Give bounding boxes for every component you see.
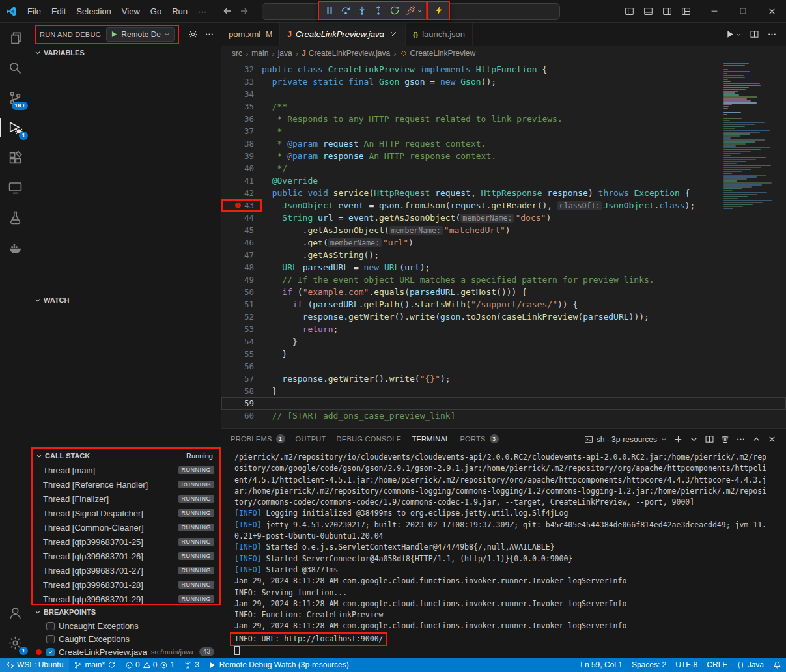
status-eol[interactable]: CRLF — [702, 658, 731, 672]
ellipsis-button[interactable] — [736, 434, 746, 444]
line-gutter[interactable]: 60 — [221, 410, 262, 422]
call-stack-thread-row[interactable]: Thread [Common-Cleaner]RUNNING — [33, 520, 219, 535]
watch-section-header[interactable]: WATCH — [31, 293, 221, 307]
code-editor[interactable]: 32public class CreateLinkPreview impleme… — [221, 61, 786, 428]
terminal-output[interactable]: /pierrick/.m2/repository/io/cloudevents/… — [221, 449, 786, 658]
pause-button[interactable] — [321, 3, 337, 18]
call-stack-thread-row[interactable]: Thread [qtp399683701-29]RUNNING — [33, 592, 219, 605]
activity-bar-item-settings[interactable]: 1 — [0, 628, 31, 658]
breadcrumb-item[interactable]: JCreateLinkPreview.java — [302, 49, 390, 58]
debug-config-dropdown[interactable]: Remote De — [106, 27, 175, 42]
panel-tab-problems[interactable]: PROBLEMS1 — [231, 429, 285, 449]
breakpoints-section-header[interactable]: BREAKPOINTS — [31, 605, 221, 619]
line-gutter[interactable]: 36 — [221, 113, 262, 125]
status-language-mode[interactable]: Java — [732, 658, 768, 672]
restart-button[interactable] — [386, 3, 402, 18]
call-stack-thread-row[interactable]: Thread [Reference Handler]RUNNING — [33, 477, 219, 492]
breakpoint-checkbox[interactable] — [46, 635, 55, 643]
line-gutter[interactable]: 39 — [221, 150, 262, 162]
activity-bar-item-explorer[interactable] — [0, 23, 31, 53]
close-button[interactable] — [757, 0, 786, 23]
line-gutter[interactable]: 41 — [221, 175, 262, 187]
chevron-up-button[interactable] — [751, 434, 761, 444]
line-gutter[interactable]: 32 — [221, 63, 262, 76]
menu-edit[interactable]: Edit — [46, 7, 71, 16]
line-gutter[interactable]: 55 — [221, 348, 262, 360]
tab-launch-json[interactable]: {}launch.json — [406, 23, 473, 46]
hot-code-replace-button[interactable] — [430, 3, 447, 18]
call-stack-thread-row[interactable]: Thread [qtp399683701-27]RUNNING — [33, 563, 219, 578]
breakpoint-icon[interactable] — [235, 203, 241, 208]
line-gutter[interactable]: 53 — [221, 323, 262, 335]
sidebar-more-actions-icon[interactable] — [204, 29, 214, 39]
line-gutter[interactable]: 57 — [221, 372, 262, 385]
terminal-instance-dropdown[interactable]: sh - 3p-resources — [584, 435, 667, 444]
line-gutter[interactable]: 58 — [221, 385, 262, 397]
toggle-layout-grid-button[interactable] — [681, 7, 691, 16]
line-gutter[interactable]: 48 — [221, 261, 262, 273]
breadcrumb-item[interactable]: CreateLinkPreview — [400, 49, 476, 58]
tab-createlinkpreview-java[interactable]: JCreateLinkPreview.java — [280, 23, 406, 46]
breakpoint-checkbox[interactable] — [46, 648, 55, 656]
activity-bar-item-extensions[interactable] — [0, 143, 31, 173]
line-gutter[interactable]: 35 — [221, 100, 262, 113]
tab-close-icon[interactable] — [389, 30, 398, 38]
line-gutter[interactable]: 42 — [221, 187, 262, 199]
line-gutter[interactable]: 56 — [221, 360, 262, 372]
activity-bar-item-accounts[interactable] — [0, 598, 31, 628]
step-into-button[interactable] — [354, 3, 370, 18]
line-gutter[interactable]: 47 — [221, 249, 262, 261]
menu-more[interactable]: ··· — [193, 7, 212, 16]
line-gutter[interactable]: 40 — [221, 162, 262, 175]
tab-pom-xml[interactable]: pom.xmlM — [221, 23, 280, 46]
menu-go[interactable]: Go — [145, 7, 167, 16]
split-horizontal-button[interactable] — [705, 434, 714, 444]
line-gutter[interactable]: 43 — [221, 199, 262, 212]
line-gutter[interactable]: 33 — [221, 76, 262, 88]
split-editor-button[interactable] — [750, 29, 759, 39]
call-stack-thread-row[interactable]: Thread [qtp399683701-28]RUNNING — [33, 578, 219, 592]
toggle-layout-sidebar-left-button[interactable] — [625, 7, 634, 16]
chevron-down-icon[interactable] — [416, 7, 424, 14]
line-gutter[interactable]: 46 — [221, 236, 262, 249]
breakpoint-checkbox[interactable] — [46, 622, 55, 630]
line-gutter[interactable]: 44 — [221, 212, 262, 224]
call-stack-thread-row[interactable]: Thread [main]RUNNING — [33, 463, 219, 477]
editor-more-actions-button[interactable] — [767, 29, 777, 39]
menu-view[interactable]: View — [117, 7, 145, 16]
step-out-button[interactable] — [370, 3, 386, 18]
activity-bar-item-remote-explorer[interactable] — [0, 173, 31, 203]
line-gutter[interactable]: 49 — [221, 273, 262, 286]
status-notifications[interactable] — [768, 658, 786, 672]
activity-bar-item-docker[interactable] — [0, 232, 31, 262]
close-button[interactable] — [767, 434, 777, 444]
line-gutter[interactable]: 37 — [221, 125, 262, 137]
menu-file[interactable]: File — [22, 7, 46, 16]
activity-bar-item-search[interactable] — [0, 53, 31, 83]
status-debug-status[interactable]: Remote Debug Watch (3p-resources) — [204, 658, 354, 672]
status-encoding[interactable]: UTF-8 — [671, 658, 702, 672]
line-gutter[interactable]: 34 — [221, 88, 262, 100]
menu-run[interactable]: Run — [167, 7, 193, 16]
line-gutter[interactable]: 52 — [221, 311, 262, 323]
breakpoint-row[interactable]: Caught Exceptions — [31, 632, 221, 645]
line-gutter[interactable]: 54 — [221, 335, 262, 348]
status-remote-indicator[interactable]: WSL: Ubuntu — [0, 658, 69, 672]
status-indentation[interactable]: Spaces: 2 — [627, 658, 671, 672]
breadcrumb-item[interactable]: main — [251, 49, 268, 58]
menu-selection[interactable]: Selection — [71, 7, 116, 16]
line-gutter[interactable]: 38 — [221, 137, 262, 150]
activity-bar-item-run-and-debug[interactable]: 1 — [0, 113, 31, 143]
plus-button[interactable] — [673, 434, 683, 444]
call-stack-thread-row[interactable]: Thread [qtp399683701-26]RUNNING — [33, 549, 219, 563]
panel-tab-terminal[interactable]: TERMINAL — [412, 429, 449, 449]
status-ports-forwarded[interactable]: 3 — [179, 658, 204, 672]
status-problems[interactable]: 001 — [120, 658, 179, 672]
forward-button[interactable] — [239, 6, 249, 16]
toggle-layout-panel-button[interactable] — [643, 7, 653, 16]
line-gutter[interactable]: 59 — [221, 397, 262, 410]
status-git-branch[interactable]: main* — [69, 658, 120, 672]
panel-tab-debug-console[interactable]: DEBUG CONSOLE — [337, 429, 402, 449]
call-stack-section-header[interactable]: CALL STACK Running — [33, 449, 219, 463]
variables-section-header[interactable]: VARIABLES — [31, 46, 221, 60]
